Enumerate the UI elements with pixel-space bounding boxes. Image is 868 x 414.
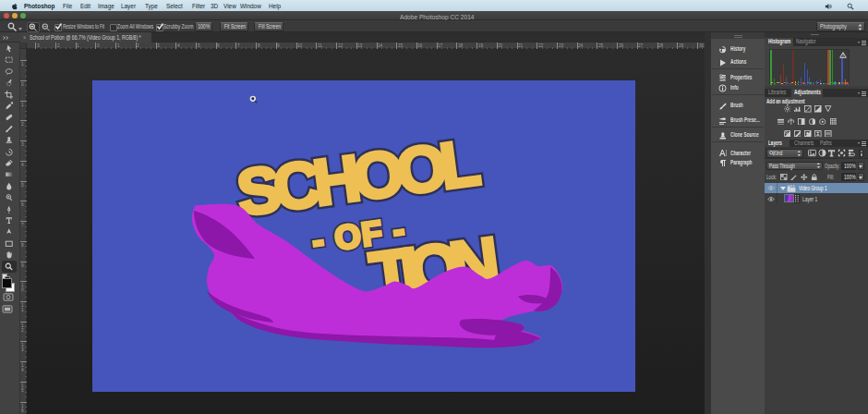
svg-text:SCHOOL: SCHOOL	[233, 126, 486, 229]
